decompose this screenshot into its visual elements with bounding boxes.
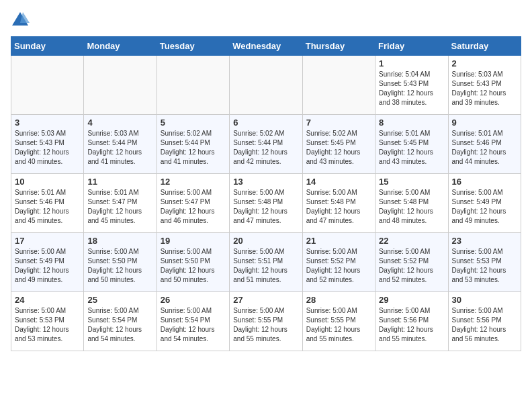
day-info: Sunrise: 5:02 AM Sunset: 5:45 PM Dayligh… — [306, 129, 371, 167]
calendar-week-row: 17Sunrise: 5:00 AM Sunset: 5:49 PM Dayli… — [11, 233, 521, 292]
calendar-cell — [302, 56, 375, 115]
calendar-cell: 22Sunrise: 5:00 AM Sunset: 5:52 PM Dayli… — [375, 233, 448, 292]
calendar-cell: 9Sunrise: 5:01 AM Sunset: 5:46 PM Daylig… — [448, 115, 521, 174]
calendar-cell: 1Sunrise: 5:04 AM Sunset: 5:43 PM Daylig… — [375, 56, 448, 115]
calendar-cell: 13Sunrise: 5:00 AM Sunset: 5:48 PM Dayli… — [230, 174, 302, 233]
day-info: Sunrise: 5:00 AM Sunset: 5:56 PM Dayligh… — [452, 306, 517, 344]
day-number: 22 — [379, 236, 444, 246]
day-info: Sunrise: 5:00 AM Sunset: 5:55 PM Dayligh… — [306, 306, 371, 344]
calendar-week-row: 10Sunrise: 5:01 AM Sunset: 5:46 PM Dayli… — [11, 174, 521, 233]
day-number: 19 — [161, 236, 226, 246]
calendar-week-row: 24Sunrise: 5:00 AM Sunset: 5:53 PM Dayli… — [11, 292, 521, 351]
day-number: 12 — [161, 177, 226, 187]
day-info: Sunrise: 5:01 AM Sunset: 5:46 PM Dayligh… — [452, 129, 517, 167]
day-info: Sunrise: 5:03 AM Sunset: 5:44 PM Dayligh… — [87, 129, 152, 167]
calendar-cell — [84, 56, 157, 115]
calendar-cell: 7Sunrise: 5:02 AM Sunset: 5:45 PM Daylig… — [302, 115, 375, 174]
svg-marker-1 — [20, 12, 30, 23]
calendar-cell: 8Sunrise: 5:01 AM Sunset: 5:45 PM Daylig… — [375, 115, 448, 174]
day-info: Sunrise: 5:00 AM Sunset: 5:49 PM Dayligh… — [15, 247, 80, 285]
calendar-cell: 2Sunrise: 5:03 AM Sunset: 5:43 PM Daylig… — [448, 56, 521, 115]
logo-icon — [11, 11, 30, 30]
calendar-cell: 18Sunrise: 5:00 AM Sunset: 5:50 PM Dayli… — [84, 233, 157, 292]
calendar-table: SundayMondayTuesdayWednesdayThursdayFrid… — [11, 36, 521, 351]
calendar-cell: 12Sunrise: 5:00 AM Sunset: 5:47 PM Dayli… — [157, 174, 229, 233]
calendar-cell: 16Sunrise: 5:00 AM Sunset: 5:49 PM Dayli… — [448, 174, 521, 233]
weekday-header: Friday — [375, 37, 448, 56]
day-number: 28 — [306, 295, 371, 305]
day-info: Sunrise: 5:03 AM Sunset: 5:43 PM Dayligh… — [452, 70, 517, 107]
day-number: 24 — [15, 295, 80, 305]
day-info: Sunrise: 5:00 AM Sunset: 5:52 PM Dayligh… — [379, 247, 444, 285]
day-info: Sunrise: 5:00 AM Sunset: 5:53 PM Dayligh… — [15, 306, 80, 344]
day-number: 20 — [233, 236, 298, 246]
day-info: Sunrise: 5:00 AM Sunset: 5:54 PM Dayligh… — [161, 306, 226, 344]
calendar-cell: 26Sunrise: 5:00 AM Sunset: 5:54 PM Dayli… — [157, 292, 229, 351]
day-info: Sunrise: 5:00 AM Sunset: 5:54 PM Dayligh… — [87, 306, 152, 344]
day-info: Sunrise: 5:02 AM Sunset: 5:44 PM Dayligh… — [161, 129, 226, 167]
day-info: Sunrise: 5:00 AM Sunset: 5:52 PM Dayligh… — [306, 247, 371, 285]
day-info: Sunrise: 5:00 AM Sunset: 5:48 PM Dayligh… — [306, 188, 371, 226]
calendar-cell — [230, 56, 302, 115]
day-info: Sunrise: 5:00 AM Sunset: 5:53 PM Dayligh… — [452, 247, 517, 285]
day-info: Sunrise: 5:01 AM Sunset: 5:46 PM Dayligh… — [15, 188, 80, 226]
calendar-cell: 15Sunrise: 5:00 AM Sunset: 5:48 PM Dayli… — [375, 174, 448, 233]
calendar-week-row: 1Sunrise: 5:04 AM Sunset: 5:43 PM Daylig… — [11, 56, 521, 115]
calendar-cell: 25Sunrise: 5:00 AM Sunset: 5:54 PM Dayli… — [84, 292, 157, 351]
day-number: 27 — [233, 295, 298, 305]
day-number: 26 — [161, 295, 226, 305]
day-info: Sunrise: 5:00 AM Sunset: 5:56 PM Dayligh… — [379, 306, 444, 344]
calendar-cell: 21Sunrise: 5:00 AM Sunset: 5:52 PM Dayli… — [302, 233, 375, 292]
day-info: Sunrise: 5:01 AM Sunset: 5:45 PM Dayligh… — [379, 129, 444, 167]
day-info: Sunrise: 5:00 AM Sunset: 5:48 PM Dayligh… — [379, 188, 444, 226]
calendar-cell: 14Sunrise: 5:00 AM Sunset: 5:48 PM Dayli… — [302, 174, 375, 233]
day-number: 9 — [452, 118, 517, 128]
day-number: 8 — [379, 118, 444, 128]
weekday-header: Monday — [84, 37, 157, 56]
day-number: 18 — [87, 236, 152, 246]
calendar-cell: 29Sunrise: 5:00 AM Sunset: 5:56 PM Dayli… — [375, 292, 448, 351]
day-info: Sunrise: 5:04 AM Sunset: 5:43 PM Dayligh… — [379, 70, 444, 107]
day-info: Sunrise: 5:00 AM Sunset: 5:49 PM Dayligh… — [452, 188, 517, 226]
day-number: 10 — [15, 177, 80, 187]
day-number: 3 — [15, 118, 80, 128]
day-info: Sunrise: 5:00 AM Sunset: 5:50 PM Dayligh… — [161, 247, 226, 285]
day-number: 17 — [15, 236, 80, 246]
day-info: Sunrise: 5:03 AM Sunset: 5:43 PM Dayligh… — [15, 129, 80, 167]
day-info: Sunrise: 5:02 AM Sunset: 5:44 PM Dayligh… — [233, 129, 298, 167]
calendar-cell — [157, 56, 229, 115]
weekday-header: Wednesday — [230, 37, 302, 56]
day-number: 5 — [161, 118, 226, 128]
weekday-header: Saturday — [448, 37, 521, 56]
calendar-cell: 5Sunrise: 5:02 AM Sunset: 5:44 PM Daylig… — [157, 115, 229, 174]
day-number: 14 — [306, 177, 371, 187]
calendar-cell: 27Sunrise: 5:00 AM Sunset: 5:55 PM Dayli… — [230, 292, 302, 351]
calendar-cell: 24Sunrise: 5:00 AM Sunset: 5:53 PM Dayli… — [11, 292, 84, 351]
day-info: Sunrise: 5:00 AM Sunset: 5:50 PM Dayligh… — [87, 247, 152, 285]
day-number: 11 — [87, 177, 152, 187]
day-number: 2 — [452, 58, 517, 68]
day-number: 13 — [233, 177, 298, 187]
calendar-cell: 4Sunrise: 5:03 AM Sunset: 5:44 PM Daylig… — [84, 115, 157, 174]
weekday-header: Sunday — [11, 37, 84, 56]
day-info: Sunrise: 5:00 AM Sunset: 5:47 PM Dayligh… — [161, 188, 226, 226]
day-number: 21 — [306, 236, 371, 246]
calendar-cell: 20Sunrise: 5:00 AM Sunset: 5:51 PM Dayli… — [230, 233, 302, 292]
day-number: 15 — [379, 177, 444, 187]
day-number: 4 — [87, 118, 152, 128]
calendar-cell: 23Sunrise: 5:00 AM Sunset: 5:53 PM Dayli… — [448, 233, 521, 292]
day-info: Sunrise: 5:00 AM Sunset: 5:51 PM Dayligh… — [233, 247, 298, 285]
weekday-header: Tuesday — [157, 37, 229, 56]
day-number: 6 — [233, 118, 298, 128]
calendar-cell: 10Sunrise: 5:01 AM Sunset: 5:46 PM Dayli… — [11, 174, 84, 233]
calendar-cell: 6Sunrise: 5:02 AM Sunset: 5:44 PM Daylig… — [230, 115, 302, 174]
weekday-header-row: SundayMondayTuesdayWednesdayThursdayFrid… — [11, 37, 521, 56]
page-header — [11, 11, 521, 30]
calendar-cell — [11, 56, 84, 115]
day-info: Sunrise: 5:00 AM Sunset: 5:55 PM Dayligh… — [233, 306, 298, 344]
calendar-cell: 11Sunrise: 5:01 AM Sunset: 5:47 PM Dayli… — [84, 174, 157, 233]
day-info: Sunrise: 5:01 AM Sunset: 5:47 PM Dayligh… — [87, 188, 152, 226]
day-number: 7 — [306, 118, 371, 128]
day-number: 25 — [87, 295, 152, 305]
day-number: 1 — [379, 58, 444, 68]
